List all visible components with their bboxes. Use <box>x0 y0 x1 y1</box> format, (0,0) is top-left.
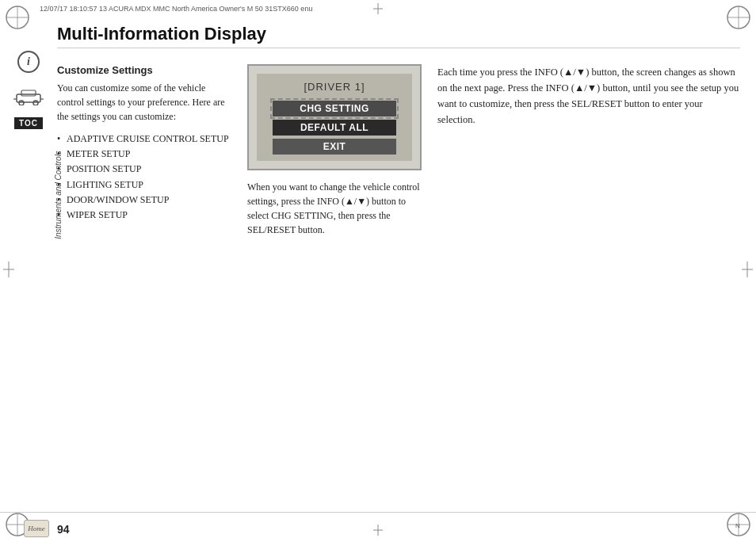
svg-rect-14 <box>21 90 36 96</box>
car-icon <box>13 88 44 105</box>
left-column: Customize Settings You can customize som… <box>57 64 231 237</box>
list-item: LIGHTING SETUP <box>57 177 231 193</box>
crosshair-right <box>742 261 753 281</box>
crosshair-left <box>3 261 14 281</box>
display-screen: [DRIVER 1] CHG SETTING DEFAULT ALL EXIT <box>257 74 412 161</box>
top-bar-text: 12/07/17 18:10:57 13 ACURA MDX MMC North… <box>40 5 312 13</box>
display-caption: When you want to change the vehicle cont… <box>247 180 422 237</box>
home-button[interactable]: Home <box>24 520 49 537</box>
menu-item-chg-setting: CHG SETTING <box>273 101 396 116</box>
home-button-label: Home <box>28 525 45 532</box>
crosshair-top <box>370 3 386 17</box>
page-title: Multi-Information Display <box>57 24 740 48</box>
page-number: 94 <box>57 523 70 536</box>
right-text: Each time you press the INFO (▲/▼) butto… <box>437 64 740 128</box>
display-frame: [DRIVER 1] CHG SETTING DEFAULT ALL EXIT <box>247 64 422 170</box>
middle-column: [DRIVER 1] CHG SETTING DEFAULT ALL EXIT … <box>247 64 422 237</box>
svg-point-16 <box>33 101 38 105</box>
bullet-list: ADAPTIVE CRUISE CONTROL SETUP METER SETU… <box>57 132 231 223</box>
list-item: POSITION SETUP <box>57 162 231 177</box>
list-item: ADAPTIVE CRUISE CONTROL SETUP <box>57 132 231 147</box>
driver-label: [DRIVER 1] <box>304 81 365 93</box>
content-area: Customize Settings You can customize som… <box>57 64 740 237</box>
driver-label-text: [DRIVER 1] <box>304 81 365 93</box>
car-icon-container <box>14 82 43 111</box>
crosshair-bottom <box>370 525 386 539</box>
list-item: DOOR/WINDOW SETUP <box>57 193 231 208</box>
section-intro: You can customize some of the vehicle co… <box>57 81 231 124</box>
info-icon-container: i <box>14 48 43 76</box>
right-column: Each time you press the INFO (▲/▼) butto… <box>437 64 740 237</box>
toc-label[interactable]: TOC <box>14 117 43 129</box>
section-heading: Customize Settings <box>57 64 231 76</box>
main-content: Multi-Information Display Customize Sett… <box>57 24 740 510</box>
svg-point-15 <box>19 101 24 105</box>
menu-item-default-all: DEFAULT ALL <box>273 120 396 136</box>
info-icon: i <box>17 51 40 73</box>
menu-item-exit: EXIT <box>273 139 396 155</box>
list-item: METER SETUP <box>57 147 231 162</box>
list-item: WIPER SETUP <box>57 208 231 223</box>
